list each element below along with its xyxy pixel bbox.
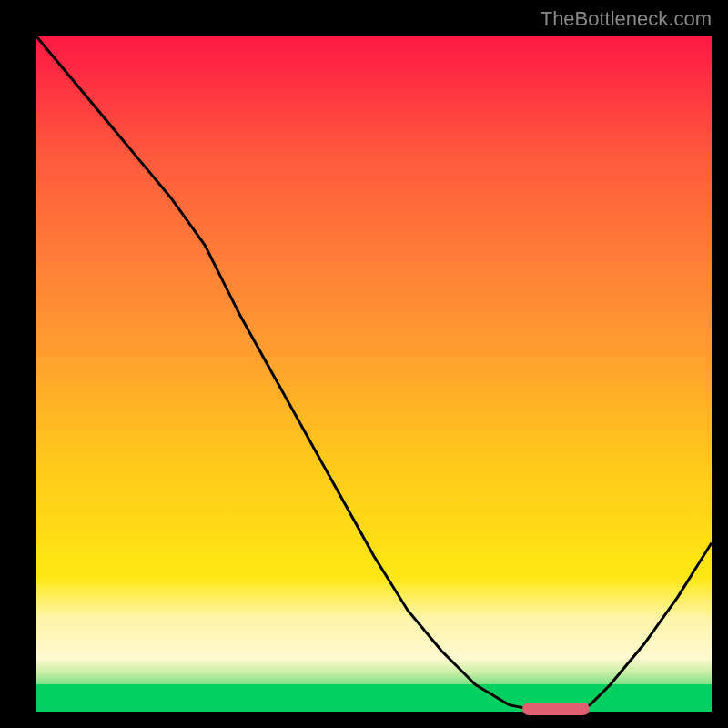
curve-svg bbox=[36, 36, 712, 712]
chart-container: TheBottleneck.com bbox=[0, 0, 728, 728]
optimal-marker bbox=[522, 703, 590, 715]
watermark-text: TheBottleneck.com bbox=[541, 7, 712, 31]
bottleneck-curve-line bbox=[36, 36, 712, 712]
plot-area bbox=[36, 36, 712, 712]
